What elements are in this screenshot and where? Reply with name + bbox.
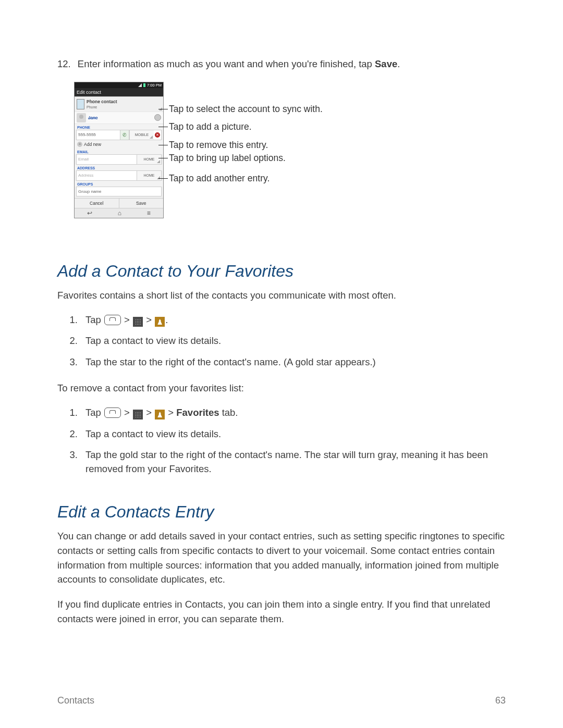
group-field[interactable]: Group name [76, 187, 162, 196]
step-12: 12. Enter information as much as you wan… [57, 57, 506, 71]
edit-contact-screenshot: 7:00 PM Edit contact Phone contact Phone… [74, 82, 164, 218]
page: 12. Enter information as much as you wan… [0, 0, 563, 728]
address-label[interactable]: HOME [137, 171, 161, 180]
remove-steps: Tap > > > Favorites tab. Tap a contact t… [57, 406, 506, 476]
remove-intro: To remove a contact from your favorites … [57, 381, 506, 396]
step-12-save: Save [375, 58, 397, 69]
battery-icon [143, 83, 145, 87]
phone-entry: 555-5555 ✆ MOBILE ✕ [76, 130, 162, 140]
callout-add: Tap to add another entry. [169, 173, 270, 184]
dropdown-icon [157, 176, 160, 179]
section-phone: PHONE [75, 124, 163, 130]
remove-icon: ✕ [155, 132, 160, 138]
home-button-icon [104, 408, 121, 418]
section-email: EMAIL [75, 149, 163, 154]
name-row: Jane [75, 112, 163, 124]
contact-avatar[interactable] [77, 113, 86, 122]
fav-step-2: Tap a contact to view its details. [80, 334, 506, 348]
account-label: Phone contact [87, 99, 117, 104]
contacts-icon [155, 410, 165, 419]
footer-page-number: 63 [495, 695, 506, 706]
callout-picture: Tap to add a picture. [169, 121, 252, 132]
screenshot-with-callouts: 7:00 PM Edit contact Phone contact Phone… [74, 82, 506, 236]
action-buttons: Cancel Save [75, 198, 163, 208]
dropdown-icon [157, 160, 160, 163]
status-time: 7:00 PM [147, 83, 162, 88]
home-button-icon [104, 315, 121, 325]
screen-title: Edit contact [75, 88, 163, 96]
rem-step-3: Tap the gold star to the right of the co… [80, 448, 506, 476]
favorites-steps: Tap > > . Tap a contact to view its deta… [57, 313, 506, 369]
apps-icon [133, 317, 143, 327]
plus-icon: + [77, 142, 82, 147]
rem-step-1: Tap > > > Favorites tab. [80, 406, 506, 420]
dropdown-icon [150, 135, 153, 139]
favorites-intro: Favorites contains a short list of the c… [57, 288, 506, 303]
status-bar: 7:00 PM [75, 82, 163, 88]
fav-step-1: Tap > > . [80, 313, 506, 327]
callout-remove: Tap to remove this entry. [169, 140, 268, 151]
contacts-icon [155, 317, 165, 327]
heading-edit: Edit a Contacts Entry [57, 502, 506, 522]
add-new-label: Add new [84, 142, 101, 147]
signal-icon [138, 83, 142, 87]
save-button[interactable]: Save [119, 199, 164, 208]
email-entry: Email HOME [76, 154, 162, 165]
account-selector[interactable]: Phone contact Phone [75, 96, 163, 112]
apps-icon [133, 410, 143, 419]
callout-label: Tap to bring up label options. [169, 153, 286, 164]
email-field[interactable]: Email [77, 155, 137, 164]
fav-step-3: Tap the star to the right of the contact… [80, 355, 506, 369]
nav-bar: ↩ ⌂ ≡ [75, 208, 163, 218]
home-icon[interactable]: ⌂ [118, 209, 121, 217]
callouts: Tap to select the account to sync with. … [169, 82, 377, 236]
step-12-text-c: . [397, 58, 400, 69]
address-entry: Address HOME [76, 170, 162, 181]
callout-account: Tap to select the account to sync with. [169, 104, 323, 115]
name-field[interactable]: Jane [88, 115, 97, 120]
call-icon[interactable]: ✆ [120, 130, 129, 140]
heading-favorites: Add a Contact to Your Favorites [57, 262, 506, 281]
menu-icon[interactable]: ≡ [147, 209, 151, 217]
step-12-number: 12. [57, 58, 71, 69]
add-picture-button[interactable] [154, 114, 161, 121]
account-sub: Phone [87, 105, 97, 109]
address-field[interactable]: Address [77, 171, 137, 180]
section-address: ADDRESS [75, 165, 163, 170]
edit-p1: You can change or add details saved in y… [57, 529, 506, 587]
edit-p2: If you find duplicate entries in Contact… [57, 597, 506, 626]
phone-label[interactable]: MOBILE [129, 130, 154, 140]
email-label[interactable]: HOME [137, 155, 161, 164]
page-footer: Contacts 63 [57, 695, 506, 706]
rem-step-2: Tap a contact to view its details. [80, 427, 506, 441]
remove-entry-button[interactable]: ✕ [154, 130, 161, 140]
phone-value[interactable]: 555-5555 [77, 130, 120, 140]
footer-section: Contacts [57, 695, 94, 706]
add-new-row[interactable]: + Add new [75, 140, 163, 149]
back-icon[interactable]: ↩ [87, 209, 92, 217]
section-groups: GROUPS [75, 181, 163, 187]
favorites-tab-label: Favorites [176, 407, 219, 418]
device-icon [77, 99, 84, 109]
cancel-button[interactable]: Cancel [75, 199, 119, 208]
step-12-text-a: Enter information as much as you want an… [78, 58, 375, 69]
